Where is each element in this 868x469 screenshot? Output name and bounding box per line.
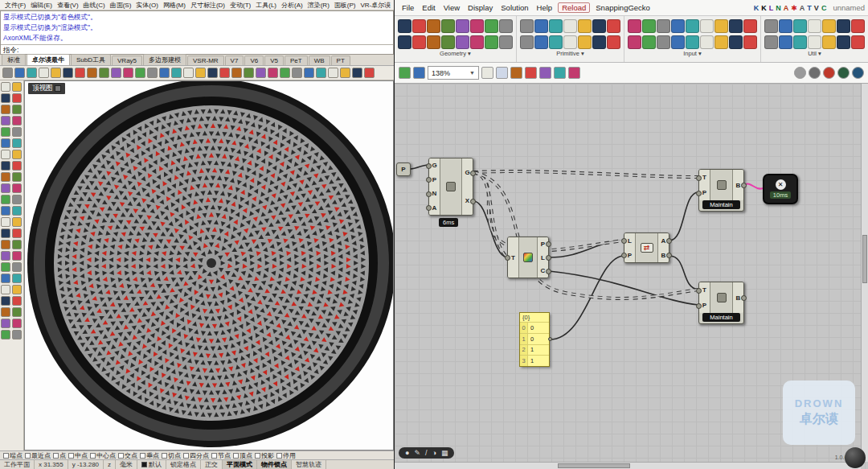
mini-toolbar-icon[interactable]: ◑ bbox=[432, 449, 436, 457]
menu-item[interactable]: 渲染(R) bbox=[305, 1, 332, 10]
osnap-item[interactable]: 顶点 bbox=[233, 451, 252, 460]
toolbar-icon[interactable] bbox=[398, 35, 411, 49]
toolbar-icon[interactable] bbox=[412, 35, 426, 49]
quick-toolbar-icon[interactable]: V bbox=[814, 4, 819, 12]
toolbar-icon[interactable] bbox=[147, 68, 158, 78]
toolbar-icon[interactable] bbox=[808, 19, 821, 33]
toolbar-tab[interactable]: 多边形建模 bbox=[143, 54, 186, 65]
toolbar-icon[interactable] bbox=[427, 35, 440, 49]
toolbar-icon[interactable] bbox=[1, 150, 10, 159]
toolbar-icon[interactable] bbox=[219, 68, 230, 78]
toolbar-icon[interactable] bbox=[1, 296, 10, 306]
output-grip[interactable]: B bbox=[736, 294, 741, 302]
toolbar-icon[interactable] bbox=[563, 35, 577, 49]
input-grip[interactable]: A bbox=[432, 204, 437, 212]
toolbar-icon[interactable] bbox=[12, 319, 22, 328]
toolbar-icon[interactable] bbox=[851, 35, 865, 49]
toolbar-icon[interactable] bbox=[12, 150, 22, 159]
osnap-item[interactable]: 最近点 bbox=[25, 451, 51, 460]
output-grip[interactable]: B bbox=[736, 182, 741, 189]
toolbar-icon[interactable] bbox=[729, 19, 743, 33]
toolbar-icon[interactable] bbox=[12, 93, 22, 103]
menu-item[interactable]: 曲线(C) bbox=[81, 1, 108, 10]
toolbar-icon[interactable] bbox=[304, 68, 314, 78]
toolbar-tab[interactable]: VRay5 bbox=[112, 56, 142, 65]
input-grip[interactable]: P bbox=[702, 189, 706, 196]
toolbar-icon[interactable] bbox=[607, 35, 620, 49]
osnap-item[interactable]: 中点 bbox=[68, 451, 88, 460]
toolbar-icon[interactable] bbox=[1, 172, 10, 182]
toolbar-icon[interactable] bbox=[1, 105, 10, 114]
checkbox[interactable] bbox=[183, 453, 189, 459]
menu-item[interactable]: 曲面(S) bbox=[108, 1, 134, 10]
toolbar-icon[interactable] bbox=[485, 35, 498, 49]
toolbar-icon[interactable] bbox=[686, 35, 699, 49]
status-cell[interactable]: 平面模式 bbox=[223, 460, 257, 469]
quick-toolbar-icon[interactable]: K bbox=[754, 4, 760, 12]
toolbar-icon[interactable] bbox=[534, 35, 548, 49]
osnap-item[interactable]: 节点 bbox=[211, 451, 231, 460]
toolbar-icon[interactable] bbox=[470, 19, 484, 33]
toolbar-icon[interactable] bbox=[1, 82, 10, 92]
toolbar-icon[interactable] bbox=[427, 19, 440, 33]
nav-ball[interactable] bbox=[845, 447, 866, 468]
toolbar-icon[interactable] bbox=[12, 251, 22, 261]
toolbar-icon[interactable] bbox=[456, 19, 469, 33]
toolbar-icon[interactable] bbox=[779, 19, 792, 33]
scrollbar-thumb[interactable] bbox=[558, 463, 630, 468]
toolbar-icon[interactable] bbox=[12, 206, 22, 216]
checkbox[interactable] bbox=[211, 453, 217, 459]
toolbar-icon[interactable] bbox=[12, 307, 22, 317]
toolbar-icon[interactable] bbox=[183, 68, 194, 78]
osnap-item[interactable]: 切点 bbox=[162, 451, 181, 460]
command-history[interactable]: 显示模式已切换为"着色模式"。 显示模式已切换为"渲染模式"。 AxonXML不… bbox=[0, 10, 394, 55]
menu-item[interactable]: 工具(L) bbox=[253, 1, 279, 10]
menu-item[interactable]: 编辑(E) bbox=[28, 1, 55, 10]
node-dispatch[interactable]: LP ⇄ AB bbox=[624, 232, 669, 263]
checkbox[interactable] bbox=[255, 453, 260, 459]
checkbox[interactable] bbox=[118, 453, 124, 459]
toolbar-icon[interactable] bbox=[195, 68, 206, 78]
toolbar-icon[interactable] bbox=[364, 68, 375, 78]
toolbar-tab[interactable]: WB bbox=[309, 56, 330, 65]
output-grip[interactable]: P bbox=[541, 241, 545, 248]
osnap-item[interactable]: 四分点 bbox=[183, 451, 209, 460]
toolbar-icon[interactable] bbox=[1, 228, 10, 238]
mini-toolbar-icon[interactable]: ✎ bbox=[414, 449, 420, 457]
toolbar-icon[interactable] bbox=[822, 19, 836, 33]
toolbar-icon[interactable] bbox=[456, 35, 469, 49]
input-grip[interactable]: G bbox=[432, 162, 436, 169]
toolbar-icon[interactable] bbox=[700, 19, 714, 33]
toolbar-icon[interactable] bbox=[412, 19, 426, 33]
toolbar-icon[interactable] bbox=[1, 116, 10, 125]
toolbar-icon[interactable] bbox=[99, 68, 109, 78]
input-grip[interactable]: N bbox=[432, 190, 437, 197]
open-file-icon[interactable] bbox=[399, 67, 411, 79]
toolbar-icon[interactable] bbox=[837, 35, 850, 49]
toolbar-icon[interactable] bbox=[779, 35, 792, 49]
toolbar-icon[interactable] bbox=[485, 19, 498, 33]
menu-item[interactable]: 实体(O) bbox=[133, 1, 161, 10]
osnap-item[interactable]: 端点 bbox=[3, 451, 23, 460]
toolbar-icon[interactable] bbox=[12, 262, 22, 272]
zoom-select[interactable]: 138%▼ bbox=[428, 66, 479, 80]
toolbar-icon[interactable] bbox=[12, 183, 22, 193]
toolbar-icon[interactable] bbox=[1, 93, 10, 103]
checkbox[interactable] bbox=[140, 453, 145, 459]
quick-toolbar-icon[interactable]: L bbox=[769, 4, 774, 12]
toolbar-tab[interactable]: V6 bbox=[244, 56, 264, 65]
toolbar-icon[interactable] bbox=[1, 330, 10, 339]
toolbar-icon[interactable] bbox=[441, 19, 455, 33]
toolbar-icon[interactable] bbox=[851, 19, 865, 33]
toolbar-icon[interactable] bbox=[837, 19, 850, 33]
node-param-p[interactable]: P bbox=[396, 163, 411, 176]
menu-item[interactable]: View bbox=[440, 3, 464, 12]
vertical-scrollbar[interactable] bbox=[861, 84, 868, 462]
save-file-icon[interactable] bbox=[413, 67, 425, 79]
toolbar-icon[interactable] bbox=[12, 330, 22, 339]
node-maintain-2[interactable]: TP B Maintain bbox=[698, 282, 744, 324]
quick-toolbar-icon[interactable]: ✱ bbox=[791, 4, 797, 12]
checkbox[interactable] bbox=[25, 453, 31, 459]
toolbar-icon[interactable] bbox=[328, 68, 338, 78]
toolbar-tab[interactable]: 卓尔谟最牛 bbox=[27, 54, 70, 65]
